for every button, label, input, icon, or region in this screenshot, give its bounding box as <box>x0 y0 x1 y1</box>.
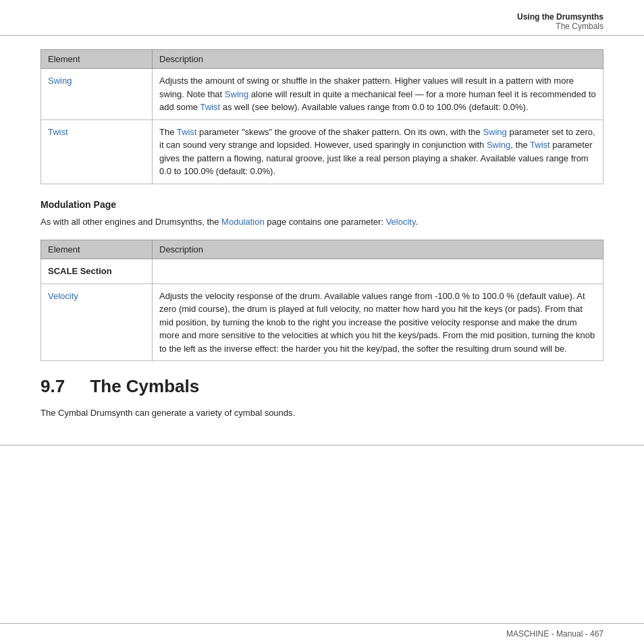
swing-link[interactable]: Swing <box>48 76 72 86</box>
swing-description: Adjusts the amount of swing or shuffle i… <box>153 69 603 120</box>
twist-ref2[interactable]: Twist <box>177 127 197 137</box>
chapter-intro: The Cymbal Drumsynth can generate a vari… <box>41 406 603 421</box>
footer-text: MASCHINE - Manual - 467 <box>506 629 603 639</box>
velocity-link-intro[interactable]: Velocity <box>386 217 416 227</box>
table-row: Velocity Adjusts the velocity response o… <box>41 284 603 361</box>
twist-ref1[interactable]: Twist <box>200 102 220 112</box>
twist-description: The Twist parameter "skews" the groove o… <box>153 119 603 184</box>
table-row: Swing Adjusts the amount of swing or shu… <box>41 69 603 120</box>
chapter-heading: 9.7 The Cymbals <box>41 376 603 397</box>
twist-element: Twist <box>41 119 153 184</box>
swing-element: Swing <box>41 69 153 120</box>
table2-col2-header: Description <box>153 240 603 259</box>
table1-col1-header: Element <box>41 50 153 69</box>
header-title-main: Using the Drumsynths <box>41 12 603 22</box>
velocity-link[interactable]: Velocity <box>48 291 78 301</box>
table-row: SCALE Section <box>41 259 603 284</box>
modulation-heading: Modulation Page <box>41 199 603 210</box>
page-header: Using the Drumsynths The Cymbals <box>0 0 644 36</box>
scale-section-label: SCALE Section <box>48 266 112 276</box>
page-footer: MASCHINE - Manual - 467 <box>0 623 644 644</box>
modulation-intro-mid: page contains one parameter: <box>265 217 386 227</box>
modulation-intro-post: . <box>416 217 419 227</box>
page-container: Using the Drumsynths The Cymbals Element… <box>0 0 644 644</box>
swing-ref3[interactable]: Swing <box>487 140 510 150</box>
modulation-intro: As with all other engines and Drumsynths… <box>41 215 603 230</box>
chapter-number: 9.7 <box>41 376 65 396</box>
table-modulation: Element Description SCALE Section Veloci… <box>41 240 603 361</box>
footer-divider <box>0 445 644 446</box>
modulation-intro-pre: As with all other engines and Drumsynths… <box>41 217 221 227</box>
chapter-title: The Cymbals <box>90 376 199 396</box>
velocity-element: Velocity <box>41 284 153 361</box>
swing-ref1[interactable]: Swing <box>225 89 248 99</box>
table-swing-twist: Element Description Swing Adjusts the am… <box>41 49 603 184</box>
velocity-description: Adjusts the velocity response of the dru… <box>153 284 603 361</box>
table-row: Twist The Twist parameter "skews" the gr… <box>41 119 603 184</box>
twist-link[interactable]: Twist <box>48 127 68 137</box>
scale-section-desc <box>153 259 603 284</box>
table1-col2-header: Description <box>153 50 603 69</box>
modulation-link[interactable]: Modulation <box>221 217 265 227</box>
header-subtitle: The Cymbals <box>41 22 603 31</box>
scale-section-cell: SCALE Section <box>41 259 153 284</box>
twist-ref3[interactable]: Twist <box>530 140 550 150</box>
swing-ref2[interactable]: Swing <box>483 127 506 137</box>
main-content: Element Description Swing Adjusts the am… <box>0 36 644 445</box>
table2-col1-header: Element <box>41 240 153 259</box>
